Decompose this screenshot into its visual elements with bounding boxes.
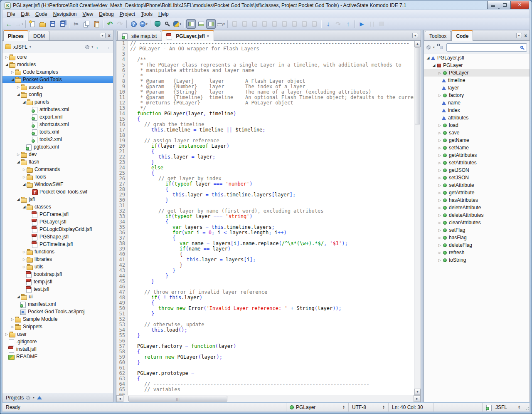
collapse-icon[interactable]: ◢ — [431, 63, 436, 67]
places-forward-icon[interactable]: → — [104, 44, 111, 50]
file-tree-item[interactable]: PGFrame.jsfl — [2, 211, 113, 218]
tab-places[interactable]: Places — [3, 30, 28, 41]
symbol-tree-item[interactable]: ▷save — [424, 129, 530, 136]
symbol-tree-item[interactable]: ▷deleteFlag — [424, 241, 530, 249]
symbol-tree-item[interactable]: ▷setFlag — [424, 226, 530, 234]
symbol-tree-item[interactable]: ▷toString — [424, 256, 530, 264]
symbol-tree-item[interactable]: ▷deleteAttribute — [424, 204, 530, 211]
file-tree-item[interactable]: tools.xml — [2, 128, 113, 136]
expand-icon[interactable]: ▷ — [437, 94, 442, 97]
symbol-tree-item[interactable]: ▷getAttribute — [424, 189, 530, 196]
scroll-down-icon[interactable]: ▼ — [414, 389, 421, 395]
code-line[interactable]: 29this.layer = this.timeline.layers[laye… — [116, 192, 414, 198]
expand-icon[interactable]: ▷ — [437, 191, 442, 195]
right-pane-close-icon[interactable]: x — [525, 34, 527, 38]
close-button[interactable]: ✕ — [510, 1, 529, 9]
symbol-tree-item[interactable]: ▷hasFlag — [424, 234, 530, 241]
collapse-icon[interactable]: ◢ — [16, 197, 21, 201]
expand-icon[interactable]: ▷ — [4, 332, 9, 336]
minimize-button[interactable] — [487, 1, 499, 9]
file-tree-item[interactable]: ▷Snippets — [2, 323, 113, 330]
code-line[interactable]: 38var name = layers[i].name.replace(/^\s… — [116, 241, 414, 246]
code-line[interactable]: 27if(typeof layer === 'number') — [116, 181, 414, 187]
menu-code[interactable]: Code — [32, 10, 50, 18]
expand-icon[interactable]: ▷ — [437, 154, 442, 157]
expand-icon[interactable]: ▷ — [16, 153, 21, 156]
file-tree-item[interactable]: ◢classes — [2, 203, 113, 211]
python-button[interactable]: ▾ — [172, 19, 182, 29]
scope-selector[interactable]: PGLayer ▲▼ — [286, 403, 348, 412]
find-button[interactable] — [163, 19, 172, 29]
collapse-icon[interactable]: ◢ — [22, 182, 27, 186]
left-pane-menu-icon[interactable]: ▾ — [100, 33, 106, 38]
editor-horizontal-scrollbar[interactable]: ◄ ||| ► — [116, 395, 421, 402]
code-line[interactable]: 2// PGLayer - An OO wrapper for Flash La… — [116, 46, 414, 52]
file-tree-item[interactable]: .gitignore — [2, 338, 113, 345]
code-line[interactable]: 33if(typeof layer === 'string') — [116, 214, 414, 219]
code-editor[interactable]: 1// ------------------------------------… — [116, 41, 414, 395]
projects-expand-icon[interactable] — [37, 396, 42, 399]
symbol-tree-item[interactable]: index — [424, 107, 530, 114]
tab-dom[interactable]: DOM — [29, 31, 49, 40]
expand-icon[interactable]: ▷ — [437, 251, 442, 255]
file-tree-item[interactable]: README — [2, 353, 113, 360]
menu-tools[interactable]: Tools — [138, 10, 155, 18]
save-all-button[interactable] — [58, 19, 67, 29]
scroll-left-icon[interactable]: ◄ — [116, 395, 123, 402]
help-button[interactable] — [129, 19, 138, 29]
panes-caret-icon[interactable]: ▾ — [223, 22, 225, 26]
symbol-tree-item[interactable]: ▷refresh — [424, 249, 530, 256]
file-tree-item[interactable]: ◢modules — [2, 61, 113, 68]
tab-site-map[interactable]: site map.txt — [117, 31, 161, 40]
expand-icon[interactable]: ▷ — [437, 213, 442, 217]
file-tree-item[interactable]: ▷core — [2, 53, 113, 61]
collapse-icon[interactable]: ◢ — [16, 295, 21, 299]
collapse-icon[interactable]: ◢ — [22, 100, 27, 104]
root-dropdown-icon[interactable]: ▾ — [30, 45, 31, 49]
open-button[interactable] — [38, 19, 47, 29]
pane-bottom-button[interactable] — [196, 19, 206, 29]
horizontal-scroll-thumb[interactable]: ||| — [128, 396, 227, 402]
file-tree-item[interactable]: ◢flash — [2, 158, 113, 166]
menu-view[interactable]: View — [79, 10, 96, 18]
push-button[interactable] — [343, 19, 353, 29]
code-line[interactable]: 20if(layer instanceof Layer) — [116, 144, 414, 149]
tab-code[interactable]: Code — [451, 30, 473, 41]
expand-icon[interactable]: ▷ — [22, 175, 27, 179]
search-icon[interactable] — [520, 46, 523, 49]
expand-icon[interactable]: ▷ — [437, 161, 442, 165]
code-line[interactable]: 66 — [116, 392, 414, 395]
expand-icon[interactable]: ▷ — [437, 206, 442, 210]
projects-gear-icon[interactable] — [26, 396, 30, 400]
code-line[interactable]: 12 * @returns {PGLayer} A PGLayer object — [116, 100, 414, 106]
code-gear-caret-icon[interactable]: ▾ — [433, 46, 435, 49]
expand-icon[interactable]: ▷ — [10, 317, 15, 321]
code-line[interactable]: 40{ — [116, 252, 414, 257]
code-line[interactable]: 48if( ! this.layer) — [116, 295, 414, 300]
file-tree-item[interactable]: ◢Pocket God Tools — [2, 76, 113, 83]
projects-gear-caret-icon[interactable]: ▾ — [33, 396, 34, 399]
expand-icon[interactable]: ▷ — [22, 265, 27, 269]
tab-toolbox[interactable]: Toolbox — [425, 31, 451, 40]
file-tree-item[interactable]: ◢panels — [2, 98, 113, 106]
editor-tab-list-icon[interactable]: ▾ — [412, 33, 418, 38]
maximize-button[interactable] — [499, 1, 511, 9]
collapse-icon[interactable]: ◢ — [10, 77, 15, 82]
expand-icon[interactable]: ▷ — [22, 258, 27, 261]
expand-icon[interactable]: ▷ — [437, 169, 442, 172]
symbol-tree-item[interactable]: ▷getJSON — [424, 166, 530, 174]
collapse-icon[interactable]: ◢ — [16, 160, 21, 164]
menu-help[interactable]: Help — [155, 10, 172, 18]
expand-icon[interactable]: ▷ — [437, 243, 442, 247]
symbol-tree-item[interactable]: ▷PGLayer — [424, 69, 530, 77]
scroll-right-icon[interactable]: ► — [414, 395, 421, 402]
expand-icon[interactable]: ▷ — [437, 71, 442, 75]
file-tree-item[interactable]: Pocket God Tools.swf — [2, 188, 113, 196]
code-line[interactable]: 3 — [116, 52, 414, 57]
code-line[interactable]: 39if(name == layer) — [116, 246, 414, 252]
expand-icon[interactable]: ▷ — [16, 85, 21, 89]
code-line[interactable]: 43} — [116, 268, 414, 273]
symbol-tree-item[interactable]: timeline — [424, 77, 530, 84]
pane-right-button[interactable] — [206, 19, 216, 29]
expand-icon[interactable]: ▷ — [437, 228, 442, 232]
